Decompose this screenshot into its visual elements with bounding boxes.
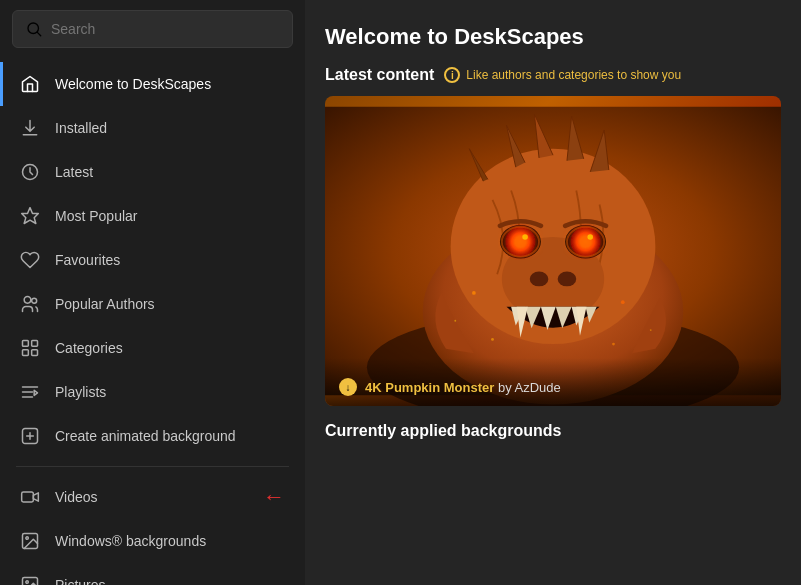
nav-list: Welcome to DeskScapes Installed Latest M… xyxy=(0,58,305,585)
svg-marker-13 xyxy=(34,390,37,395)
svg-rect-17 xyxy=(22,492,34,502)
sidebar-item-label-create-animated: Create animated background xyxy=(55,428,236,444)
sidebar-item-windows-backgrounds[interactable]: Windows® backgrounds xyxy=(0,519,305,563)
search-bar[interactable] xyxy=(12,10,293,48)
caption-text: 4K Pumpkin Monster by AzDude xyxy=(365,380,561,395)
nav-divider xyxy=(16,466,289,467)
search-input[interactable] xyxy=(51,21,280,37)
svg-line-1 xyxy=(37,32,40,35)
sidebar-item-categories[interactable]: Categories xyxy=(0,326,305,370)
svg-point-21 xyxy=(26,581,28,584)
download-badge-icon: ↓ xyxy=(339,378,357,396)
currently-applied-label: Currently applied backgrounds xyxy=(325,422,781,440)
sidebar-item-label-favourites: Favourites xyxy=(55,252,120,268)
svg-point-27 xyxy=(530,271,549,286)
sidebar-item-label-pictures: Pictures xyxy=(55,577,106,585)
download-icon xyxy=(19,117,41,139)
sidebar-item-label-windows-backgrounds: Windows® backgrounds xyxy=(55,533,206,549)
info-badge: i Like authors and categories to show yo… xyxy=(444,67,681,83)
featured-image: ↓ 4K Pumpkin Monster by AzDude xyxy=(325,96,781,406)
sidebar: Welcome to DeskScapes Installed Latest M… xyxy=(0,0,305,585)
svg-marker-3 xyxy=(22,208,39,224)
sidebar-item-popular-authors[interactable]: Popular Authors xyxy=(0,282,305,326)
sidebar-item-label-categories: Categories xyxy=(55,340,123,356)
users-icon xyxy=(19,293,41,315)
svg-rect-20 xyxy=(23,578,38,586)
sidebar-item-favourites[interactable]: Favourites xyxy=(0,238,305,282)
playlists-icon xyxy=(19,381,41,403)
sidebar-item-label-popular-authors: Popular Authors xyxy=(55,296,155,312)
red-arrow-indicator: ← xyxy=(263,484,285,510)
plus-circle-icon xyxy=(19,425,41,447)
heart-icon xyxy=(19,249,41,271)
sidebar-item-videos[interactable]: Videos ← xyxy=(0,475,305,519)
sidebar-item-label-latest: Latest xyxy=(55,164,93,180)
sidebar-item-label-installed: Installed xyxy=(55,120,107,136)
windows-image-icon xyxy=(19,530,41,552)
image-caption: ↓ 4K Pumpkin Monster by AzDude xyxy=(325,358,781,406)
svg-point-19 xyxy=(26,537,28,540)
svg-point-40 xyxy=(621,300,625,304)
star-icon xyxy=(19,205,41,227)
svg-rect-7 xyxy=(32,341,38,347)
video-icon xyxy=(19,486,41,508)
sidebar-item-label-most-popular: Most Popular xyxy=(55,208,137,224)
svg-point-5 xyxy=(32,298,37,303)
search-icon xyxy=(25,19,43,39)
grid-icon xyxy=(19,337,41,359)
svg-point-4 xyxy=(24,297,31,304)
caption-title: 4K Pumpkin Monster xyxy=(365,380,494,395)
sidebar-item-latest[interactable]: Latest xyxy=(0,150,305,194)
sidebar-item-pictures[interactable]: Pictures xyxy=(0,563,305,585)
svg-rect-6 xyxy=(23,341,29,347)
info-text: Like authors and categories to show you xyxy=(466,68,681,82)
svg-point-35 xyxy=(522,234,528,240)
caption-author: by AzDude xyxy=(498,380,561,395)
sidebar-item-label-videos: Videos xyxy=(55,489,98,505)
sidebar-item-label-playlists: Playlists xyxy=(55,384,106,400)
svg-point-43 xyxy=(454,320,456,322)
svg-rect-9 xyxy=(32,350,38,356)
info-circle-icon: i xyxy=(444,67,460,83)
sidebar-item-installed[interactable]: Installed xyxy=(0,106,305,150)
svg-point-41 xyxy=(491,338,494,341)
page-title: Welcome to DeskScapes xyxy=(325,24,781,50)
svg-point-28 xyxy=(558,271,577,286)
main-content: Welcome to DeskScapes Latest content i L… xyxy=(305,0,801,585)
svg-point-42 xyxy=(612,343,615,346)
latest-content-label: Latest content xyxy=(325,66,434,84)
sidebar-item-create-animated[interactable]: Create animated background xyxy=(0,414,305,458)
home-icon xyxy=(19,73,41,95)
svg-rect-8 xyxy=(23,350,29,356)
sidebar-item-label-welcome: Welcome to DeskScapes xyxy=(55,76,211,92)
clock-icon xyxy=(19,161,41,183)
sidebar-item-welcome[interactable]: Welcome to DeskScapes xyxy=(0,62,305,106)
sidebar-item-most-popular[interactable]: Most Popular xyxy=(0,194,305,238)
svg-point-44 xyxy=(650,329,652,331)
svg-point-39 xyxy=(472,291,476,295)
pictures-icon xyxy=(19,574,41,585)
sidebar-item-playlists[interactable]: Playlists xyxy=(0,370,305,414)
section-header: Latest content i Like authors and catego… xyxy=(325,66,781,84)
svg-point-36 xyxy=(587,234,593,240)
